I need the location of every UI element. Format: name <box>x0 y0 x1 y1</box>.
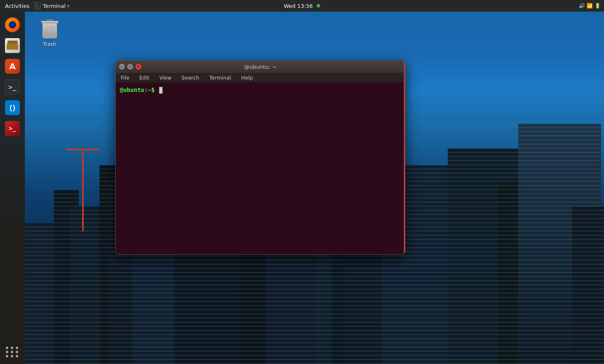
window-controls: — □ ✕ <box>119 64 141 70</box>
grid-dot <box>11 347 13 349</box>
app-menu-chevron: ▾ <box>67 4 69 8</box>
grid-dot <box>6 351 8 353</box>
dock: A >_ ⟨⟩ >_ <box>0 12 25 364</box>
taskbar-right: 🔊 📶 🔋 <box>579 3 601 9</box>
taskbar-clock[interactable]: Wed 13:56 <box>284 3 320 9</box>
grid-dot <box>11 355 13 357</box>
activities-button[interactable]: Activities <box>3 3 31 9</box>
prompt-user: @ubuntu:~$ <box>120 86 155 94</box>
trash-desktop-icon[interactable]: Trash <box>33 17 66 49</box>
terminal-taskbar-icon: >_ <box>34 2 41 9</box>
dock-item-firefox[interactable] <box>3 16 22 34</box>
files-icon <box>5 38 20 53</box>
dock-item-terminal[interactable]: >_ <box>3 78 22 96</box>
grid-dot <box>16 351 18 353</box>
vscode-icon: ⟨⟩ <box>5 100 20 115</box>
desktop-icons: Trash <box>33 17 66 49</box>
menu-help[interactable]: Help <box>240 74 255 82</box>
menu-search[interactable]: Search <box>180 74 201 82</box>
terminal-window: — □ ✕ @ubuntu: ~ File Edit View Search T… <box>115 60 405 255</box>
terminal-window-title: @ubuntu: ~ <box>244 64 277 70</box>
terminal-cursor <box>159 87 163 94</box>
dock-item-software[interactable]: A <box>3 57 22 75</box>
terminal-titlebar: — □ ✕ @ubuntu: ~ <box>116 60 405 73</box>
menu-terminal[interactable]: Terminal <box>208 74 233 82</box>
dock-item-redterm[interactable]: >_ <box>3 119 22 137</box>
terminal-menubar: File Edit View Search Terminal Help <box>116 73 405 83</box>
software-icon: A <box>5 59 20 74</box>
grid-dot <box>6 347 8 349</box>
trash-label: Trash <box>43 41 56 47</box>
dock-item-files[interactable] <box>3 36 22 55</box>
trash-body <box>42 23 57 39</box>
menu-view[interactable]: View <box>158 74 173 82</box>
taskbar: Activities >_ Terminal ▾ Wed 13:56 🔊 📶 🔋 <box>0 0 604 12</box>
terminal-app-indicator[interactable]: >_ Terminal ▾ <box>34 2 69 9</box>
show-apps-grid[interactable] <box>6 347 19 357</box>
window-minimize-button[interactable]: — <box>119 64 125 70</box>
trash-icon <box>40 18 60 40</box>
window-close-button[interactable]: ✕ <box>136 64 141 70</box>
menu-file[interactable]: File <box>119 74 131 82</box>
redterm-icon: >_ <box>5 121 20 136</box>
window-maximize-button[interactable]: □ <box>127 64 133 70</box>
terminal-body[interactable]: @ubuntu:~$ <box>116 83 405 254</box>
system-tray[interactable]: 🔊 📶 🔋 <box>579 3 601 9</box>
terminal-prompt-line: @ubuntu:~$ <box>120 86 401 94</box>
taskbar-left: Activities >_ Terminal ▾ <box>3 2 69 9</box>
dock-item-vscode[interactable]: ⟨⟩ <box>3 99 22 117</box>
clock-text: Wed 13:56 <box>284 3 313 9</box>
firefox-icon <box>5 17 20 32</box>
grid-dot <box>16 355 18 357</box>
menu-edit[interactable]: Edit <box>138 74 151 82</box>
terminal-dock-icon: >_ <box>5 80 20 94</box>
grid-dot <box>11 351 13 353</box>
prompt-text <box>155 86 158 94</box>
terminal-app-label: Terminal <box>43 3 65 9</box>
grid-dot <box>16 347 18 349</box>
grid-dot <box>6 355 8 357</box>
status-indicator <box>317 4 320 7</box>
